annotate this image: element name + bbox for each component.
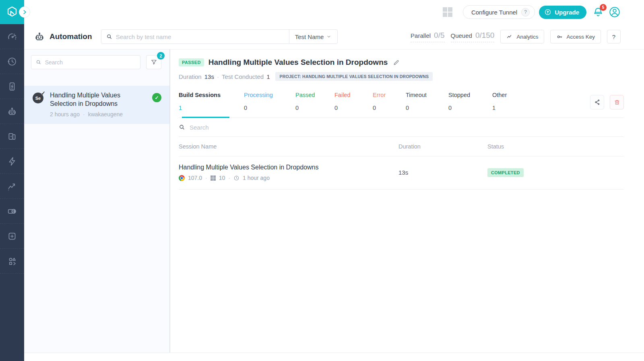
sidebar-item-new-test[interactable] [0,224,24,249]
queued-stat[interactable]: Queued 0/150 [451,31,495,42]
selenium-check-icon: ✓ [41,90,45,96]
parallel-label: Parallel [411,32,431,39]
search-icon [179,124,185,130]
analytics-label: Analytics [516,34,538,40]
filter-funnel-icon [151,59,157,66]
tab-label: Build Sessions [179,92,244,98]
column-status: Status [487,143,624,150]
configure-tunnel-label: Configure Tunnel [471,9,517,16]
header-actions: Parallel 0/5 Queued 0/150 Analytics Acce… [411,30,621,43]
tab-count: 0 [244,105,295,111]
account-avatar[interactable] [609,6,621,18]
parallel-stat[interactable]: Parallel 0/5 [411,31,444,42]
sidebar-item-integrations[interactable] [0,249,24,274]
tab-count: 0 [295,105,334,111]
os-version: 10 [219,175,225,181]
selenium-icon: Se ✓ [33,93,43,103]
session-meta: 107.0 · 10 · 1 hour ago [179,175,398,181]
tab-other[interactable]: Other 1 [492,92,516,118]
page-title-group: Automation [34,31,92,42]
mobile-app-testing-icon [7,81,17,92]
tab-stopped[interactable]: Stopped 0 [448,92,492,118]
access-key-button[interactable]: Access Key [550,30,601,43]
test-item-body: Handling Multiple Values Selection in Dr… [50,91,146,118]
tab-count: 1 [492,105,516,111]
tab-count: 0 [406,105,448,111]
test-list-item-selected[interactable]: Se ✓ Handling Multiple Values Selection … [24,86,169,124]
meta-dot: · [228,175,230,181]
column-duration: Duration [398,143,487,150]
test-item-title: Handling Multiple Values Selection in Dr… [50,91,146,108]
configure-tunnel-button[interactable]: Configure Tunnel ? [463,5,535,19]
build-meta-row: Duration 13s · Test Conducted 1 PROJECT:… [179,72,624,81]
pencil-icon [393,59,400,66]
edit-title-button[interactable] [393,59,400,66]
meta-dot: · [83,111,85,118]
tests-search-input[interactable] [45,59,136,66]
chrome-icon [179,175,185,181]
help-button[interactable]: ? [607,30,621,43]
sidebar-item-dashboard[interactable] [0,24,24,49]
test-item-time: 2 hours ago [50,111,80,118]
upgrade-button[interactable]: Upgrade [539,6,586,19]
sidebar-item-hyperexecute[interactable] [0,149,24,174]
apps-grid-icon[interactable] [443,7,452,17]
tab-error[interactable]: Error 0 [373,92,406,118]
tab-label: Processing [244,92,295,98]
test-item-meta: 2 hours ago · kwakaeugene [50,111,146,118]
test-passed-check-icon: ✓ [152,93,161,102]
responsive-screens-icon [7,131,17,142]
test-search-field[interactable] [101,30,289,43]
selenium-label: Se [35,96,41,101]
tests-panel: 2 Se ✓ Handling Multiple Values Selectio… [24,50,170,353]
avatar-icon [609,6,621,18]
key-icon [556,33,563,40]
tab-label: Passed [295,92,334,98]
upgrade-arrow-icon [544,8,551,16]
session-row[interactable]: Handling Multiple Values Selection in Dr… [179,157,624,190]
test-conducted-label: Test Conducted [222,73,264,80]
sidebar-item-automation[interactable] [0,99,24,124]
test-search-group: Test Name [101,29,338,44]
tab-build-sessions[interactable]: Build Sessions 1 [179,92,244,118]
search-icon [106,33,112,40]
analytics-button[interactable]: Analytics [500,30,544,43]
tab-count: 0 [448,105,492,111]
test-search-input[interactable] [116,33,284,40]
clock-icon [233,175,239,181]
tab-passed[interactable]: Passed 0 [295,92,334,118]
sidebar-item-realtime[interactable] [0,49,24,74]
share-button[interactable] [590,95,604,109]
automation-dashboard: Configure Tunnel ? Upgrade 5 [0,0,644,361]
notifications-button[interactable]: 5 [592,6,604,18]
delete-build-button[interactable] [610,95,624,109]
tests-search-field[interactable] [31,55,140,69]
session-status-cell: COMPLETED [487,168,624,177]
sidebar-item-app-testing[interactable] [0,74,24,99]
build-title: Handling Multiple Values Selection in Dr… [208,58,388,67]
tab-timeout[interactable]: Timeout 0 [406,92,448,118]
tab-label: Other [492,92,516,98]
sidebar-expand-button[interactable] [19,6,30,18]
filter-button[interactable]: 2 [146,55,161,69]
trash-icon [614,99,620,105]
sidebar-item-insights[interactable] [0,174,24,199]
meta-dot: · [205,175,207,181]
search-filter-dropdown[interactable]: Test Name [289,30,337,43]
top-bar: Configure Tunnel ? Upgrade 5 [24,0,644,24]
sessions-search-field[interactable] [179,118,624,137]
lambdatest-logo-icon [6,6,19,19]
tab-failed[interactable]: Failed 0 [334,92,373,118]
sessions-search-input[interactable] [190,124,624,131]
tunnel-help-icon[interactable]: ? [521,8,530,17]
sidebar-item-visual[interactable] [0,199,24,224]
test-item-user: kwakaeugene [88,111,123,118]
tab-processing[interactable]: Processing 0 [244,92,295,118]
filter-count-badge: 2 [157,52,165,60]
page-title: Automation [50,32,92,41]
access-key-label: Access Key [566,34,595,40]
tab-label: Error [373,92,406,98]
tab-count: 0 [334,105,373,111]
app-sidebar [0,24,24,361]
sidebar-item-responsive[interactable] [0,124,24,149]
